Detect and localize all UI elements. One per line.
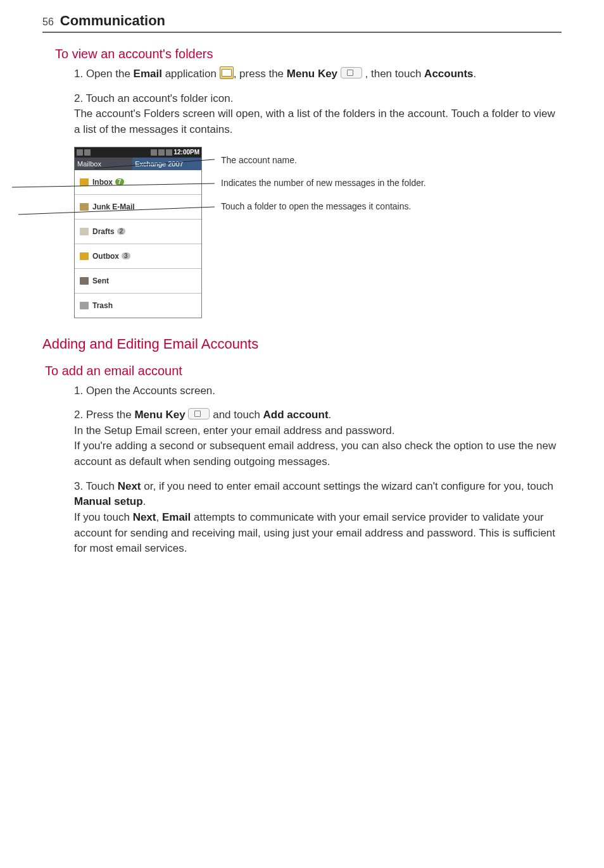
- email-icon: [220, 66, 234, 79]
- junk-icon: [80, 203, 89, 211]
- step-2-touch-folder: 2. Touch an account's folder icon. The a…: [74, 91, 562, 138]
- step2-3: 3. Touch Next or, if you need to enter e…: [74, 479, 562, 557]
- folder-label: Trash: [92, 301, 113, 310]
- callout-new-messages: Indicates the number of new messages in …: [221, 177, 426, 189]
- page-header: 56 Communication: [42, 13, 562, 33]
- text: If you touch: [74, 511, 133, 523]
- status-icon: [84, 149, 91, 156]
- step2-1: 1. Open the Accounts screen.: [74, 383, 562, 399]
- text: 3. Touch: [74, 480, 118, 492]
- heading-adding-editing: Adding and Editing Email Accounts: [42, 336, 562, 352]
- text: application: [162, 68, 220, 80]
- folder-label: Drafts: [92, 227, 115, 236]
- menu-key-name: Menu Key: [287, 68, 337, 80]
- callout-account-name: The account name.: [221, 154, 426, 166]
- status-icon: [151, 149, 157, 156]
- leader-line-icon: [101, 206, 221, 221]
- page-number: 56: [42, 16, 54, 28]
- count-badge: 3: [122, 252, 130, 259]
- text: The account's Folders screen will open, …: [74, 108, 555, 135]
- email-app-name: Email: [134, 68, 162, 80]
- text: 2. Press the: [74, 409, 134, 421]
- trash-icon: [80, 302, 89, 309]
- callout-text: Touch a folder to open the messages it c…: [221, 201, 411, 211]
- subheading-view-folders: To view an account's folders: [42, 47, 562, 61]
- text: ,: [156, 511, 161, 523]
- text: .: [474, 68, 477, 80]
- text: .: [329, 409, 332, 421]
- folder-sent[interactable]: Sent: [75, 269, 201, 294]
- folder-trash[interactable]: Trash: [75, 294, 201, 318]
- inbox-icon: [80, 178, 89, 186]
- folder-outbox[interactable]: Outbox 3: [75, 244, 201, 269]
- leader-line-icon: [101, 182, 221, 197]
- text: .: [143, 495, 146, 507]
- text: In the Setup Email screen, enter your em…: [74, 425, 395, 437]
- callout-text: Indicates the number of new messages in …: [221, 178, 426, 188]
- status-bar: 12:00PM: [75, 147, 201, 158]
- leader-line-icon: [101, 159, 221, 175]
- text: , then touch: [362, 68, 424, 80]
- status-time: 12:00PM: [173, 149, 199, 156]
- text: , press the: [234, 68, 287, 80]
- text: 1. Open the: [74, 68, 134, 80]
- folder-drafts[interactable]: Drafts 2: [75, 220, 201, 244]
- drafts-icon: [80, 228, 89, 235]
- section-title: Communication: [60, 13, 165, 29]
- add-account-menu-name: Add account: [263, 409, 329, 421]
- step-1-open-email: 1. Open the Email application , press th…: [74, 66, 562, 82]
- menu-key-name: Menu Key: [134, 409, 185, 421]
- next-button-name: Next: [133, 511, 156, 523]
- subheading-add-account: To add an email account: [42, 364, 562, 378]
- status-icon: [77, 149, 83, 156]
- next-button-name: Next: [118, 480, 141, 492]
- sent-icon: [80, 277, 89, 285]
- status-icon: [158, 149, 165, 156]
- text: 2. Touch an account's folder icon.: [74, 92, 233, 104]
- manual-setup-name: Manual setup: [74, 495, 143, 507]
- folder-label: Outbox: [92, 252, 119, 261]
- menu-key-icon: [188, 408, 210, 419]
- menu-key-icon: [341, 67, 362, 78]
- svg-line-0: [94, 159, 215, 168]
- outbox-icon: [80, 252, 89, 260]
- text: or, if you need to enter email account s…: [141, 480, 554, 492]
- svg-line-1: [12, 183, 215, 187]
- text: If you're adding a second or subsequent …: [74, 440, 556, 468]
- callouts-column: The account name. Indicates the number o…: [221, 147, 426, 225]
- count-badge: 2: [117, 228, 126, 235]
- text: and touch: [210, 409, 263, 421]
- accounts-menu-name: Accounts: [424, 68, 473, 80]
- callout-open-folder: Touch a folder to open the messages it c…: [221, 201, 426, 213]
- callout-text: The account name.: [221, 155, 297, 165]
- email-app-name: Email: [162, 511, 191, 523]
- step2-2: 2. Press the Menu Key and touch Add acco…: [74, 407, 562, 470]
- folder-label: Sent: [92, 276, 109, 285]
- svg-line-2: [18, 207, 215, 214]
- figure-folders-screen: 12:00PM Mailbox Exchange 2007 Inbox 7 Ju…: [74, 147, 562, 318]
- status-icon: [166, 149, 172, 156]
